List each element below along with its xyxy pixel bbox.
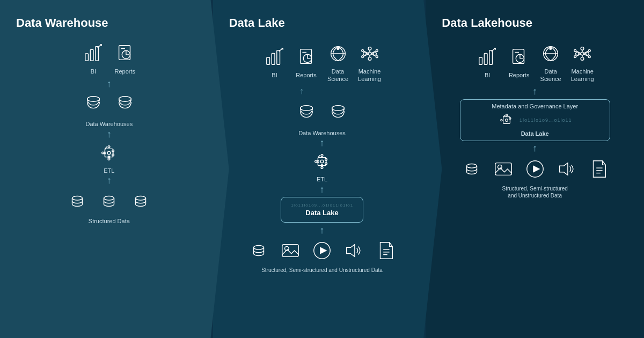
svg-point-104 xyxy=(466,164,477,168)
lake-warehouses-group: Data Warehouses xyxy=(295,99,350,137)
datalake-inside-label: Data Lake xyxy=(521,130,549,137)
svg-point-40 xyxy=(361,49,363,52)
lh-unstructured-label: Structured, Semi-structuredand Unstructu… xyxy=(502,185,568,199)
svg-point-84 xyxy=(581,52,584,55)
structured-data-label: Structured Data xyxy=(89,217,130,225)
svg-marker-67 xyxy=(320,247,327,254)
lake-unstructured-group: Structured, Semi-structured and Unstruct… xyxy=(247,237,397,274)
arrow-up-3: ↑ xyxy=(107,174,112,187)
unstructured-img-icon xyxy=(279,239,302,262)
metadata-governance-box: Metadata and Governance Layer 1lo11lo1o9… xyxy=(460,99,610,141)
svg-rect-24 xyxy=(272,54,275,65)
svg-rect-0 xyxy=(85,54,89,61)
svg-point-63 xyxy=(254,246,264,250)
lakehouse-arrow-1: ↑ xyxy=(532,85,537,98)
datalake-label: Data Lake xyxy=(305,209,338,218)
svg-point-62 xyxy=(321,166,323,168)
database-icon-2 xyxy=(113,92,137,116)
metadata-etl-icon xyxy=(498,112,515,129)
structured-db-2 xyxy=(97,189,121,213)
lakehouse-ds-icon xyxy=(539,42,562,65)
svg-rect-64 xyxy=(282,245,298,257)
lake-warehouses-label: Data Warehouses xyxy=(298,129,346,137)
reports-icon xyxy=(113,42,137,65)
svg-rect-23 xyxy=(266,57,269,64)
lakehouse-bi-label: BI xyxy=(485,71,490,79)
metadata-title: Metadata and Governance Layer xyxy=(492,103,578,109)
warehouse-etl-group: ETL xyxy=(97,141,121,174)
lakehouse-diagram: BI Reports DataScience MachineLearning xyxy=(436,40,633,199)
bi-icon xyxy=(82,42,105,65)
binary-text: 1lo11lo1o9...o1lo11lo1lo1 xyxy=(291,203,353,208)
lh-doc-icon xyxy=(587,157,610,181)
svg-point-100 xyxy=(505,119,508,121)
svg-point-35 xyxy=(368,52,371,55)
svg-point-42 xyxy=(376,49,378,52)
lake-bi-icon xyxy=(263,46,287,69)
warehouse-title: Data Warehouse xyxy=(16,16,108,30)
unstructured-video-icon xyxy=(310,239,334,262)
lake-ml-icon xyxy=(358,42,382,65)
lakehouse-ml-icon xyxy=(570,42,594,65)
bi-label: BI xyxy=(91,68,96,75)
warehouse-diagram: BI Reports ↑ Data Warehouses xyxy=(11,40,208,225)
warehouse-databases-icons xyxy=(82,92,137,116)
structured-db-1 xyxy=(65,189,89,213)
panel-lakehouse: Data Lakehouse BI Reports DataScience xyxy=(426,0,644,338)
svg-point-55 xyxy=(320,160,324,163)
svg-rect-97 xyxy=(503,116,510,123)
svg-point-49 xyxy=(332,105,344,111)
svg-point-16 xyxy=(102,152,104,154)
unstructured-db-icon xyxy=(247,239,270,262)
lakehouse-reports-label: Reports xyxy=(509,71,530,79)
lakehouse-title: Data Lakehouse xyxy=(442,16,532,30)
svg-point-102 xyxy=(501,119,502,121)
etl-icon xyxy=(97,141,121,165)
lake-etl-icon xyxy=(310,150,334,173)
svg-point-90 xyxy=(574,56,576,58)
svg-point-12 xyxy=(107,151,111,155)
svg-point-31 xyxy=(363,52,366,55)
svg-point-92 xyxy=(589,56,591,58)
lake-etl-label: ETL xyxy=(317,175,327,183)
lake-ml-group: MachineLearning xyxy=(358,42,382,83)
lakehouse-ds-label: DataScience xyxy=(540,68,561,83)
warehouse-reports-icon-group: Reports xyxy=(113,42,137,75)
svg-point-79 xyxy=(550,48,552,50)
lakehouse-reports-group: Reports xyxy=(507,46,531,79)
svg-rect-2 xyxy=(96,47,99,61)
svg-rect-25 xyxy=(276,50,280,65)
database-icon-1 xyxy=(82,92,105,116)
svg-point-98 xyxy=(506,114,507,115)
unstructured-audio-icon xyxy=(342,239,365,262)
lake-db-1 xyxy=(295,101,318,125)
svg-point-21 xyxy=(104,196,114,200)
svg-point-83 xyxy=(581,57,584,61)
etl-label: ETL xyxy=(104,167,114,174)
svg-marker-108 xyxy=(533,165,540,172)
lake-unstructured-label: Structured, Semi-structured and Unstruct… xyxy=(261,267,383,274)
svg-point-19 xyxy=(108,158,110,160)
lake-bi-label: BI xyxy=(272,71,277,79)
svg-point-33 xyxy=(373,52,376,55)
svg-point-6 xyxy=(119,97,131,102)
svg-point-51 xyxy=(321,155,323,157)
svg-rect-72 xyxy=(479,57,482,64)
svg-point-20 xyxy=(72,196,83,200)
lakehouse-top-icons: BI Reports DataScience MachineLearning xyxy=(475,42,594,83)
svg-marker-109 xyxy=(559,163,567,175)
lake-db-2 xyxy=(326,101,350,125)
lakehouse-bi-icon xyxy=(475,46,499,69)
svg-point-22 xyxy=(136,196,146,200)
panel-lake: Data Lake BI Reports DataScience xyxy=(213,0,442,338)
lh-video-icon xyxy=(523,157,547,181)
lakehouse-arrow-2: ↑ xyxy=(532,142,537,155)
svg-point-82 xyxy=(586,52,589,55)
svg-point-80 xyxy=(576,52,579,55)
svg-rect-1 xyxy=(90,49,93,61)
lake-datascience-group: DataScience xyxy=(326,42,350,83)
svg-rect-105 xyxy=(495,163,511,175)
warehouse-structured-group: Structured Data xyxy=(65,187,152,225)
warehouse-databases-group: Data Warehouses xyxy=(82,90,137,128)
svg-point-81 xyxy=(581,47,584,50)
